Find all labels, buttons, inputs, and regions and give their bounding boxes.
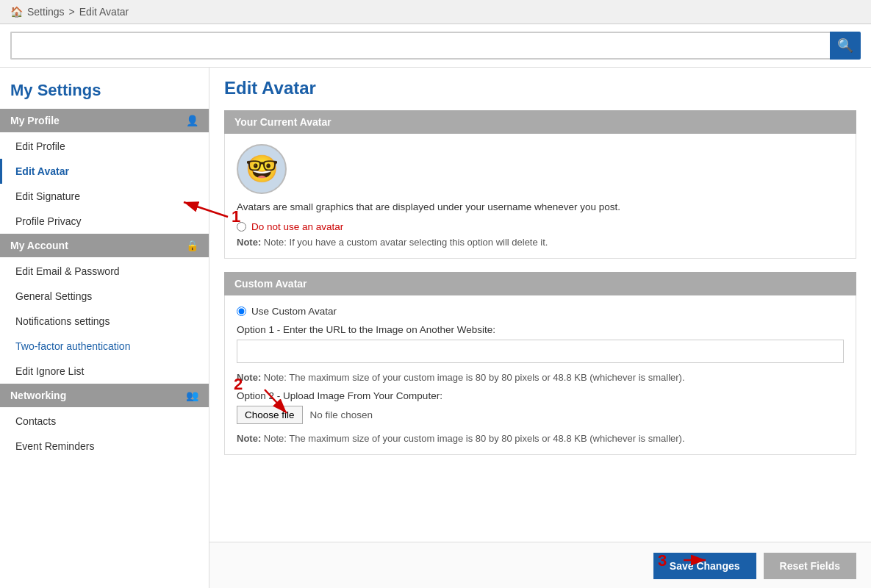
breadcrumb-settings[interactable]: Settings bbox=[27, 6, 65, 18]
sidebar-item-profile-privacy[interactable]: Profile Privacy bbox=[0, 209, 209, 234]
sidebar: My Settings My Profile 👤 Edit Profile Ed… bbox=[0, 68, 209, 588]
current-avatar-panel: Your Current Avatar 🤓 Avatars are small … bbox=[224, 110, 856, 259]
no-avatar-radio[interactable] bbox=[237, 222, 246, 232]
sidebar-item-event-reminders[interactable]: Event Reminders bbox=[0, 434, 209, 459]
custom-avatar-panel: Custom Avatar Use Custom Avatar Option 1… bbox=[224, 272, 856, 455]
sidebar-item-contacts[interactable]: Contacts bbox=[0, 409, 209, 434]
sidebar-item-edit-ignore-list[interactable]: Edit Ignore List bbox=[0, 359, 209, 384]
page-title: Edit Avatar bbox=[224, 78, 856, 98]
bottom-bar: Save Changes Reset Fields bbox=[209, 542, 871, 588]
sidebar-title: My Settings bbox=[0, 75, 209, 109]
person-icon: 👤 bbox=[186, 115, 198, 126]
no-avatar-note: Note: Note: If you have a custom avatar … bbox=[237, 237, 844, 248]
current-avatar-header: Your Current Avatar bbox=[224, 110, 856, 134]
search-icon: 🔍 bbox=[837, 37, 853, 54]
networking-icon: 👥 bbox=[186, 390, 198, 401]
content-area: Edit Avatar Your Current Avatar 🤓 Avatar… bbox=[209, 68, 871, 542]
sidebar-item-edit-signature[interactable]: Edit Signature bbox=[0, 184, 209, 209]
sidebar-section-my-profile: My Profile 👤 bbox=[0, 109, 209, 132]
avatar-emoji: 🤓 bbox=[245, 154, 279, 184]
choose-file-button[interactable]: Choose file bbox=[237, 406, 303, 424]
search-button[interactable]: 🔍 bbox=[830, 32, 861, 60]
sidebar-item-edit-profile[interactable]: Edit Profile bbox=[0, 134, 209, 159]
option2-note: Note: Note: The maximum size of your cus… bbox=[237, 433, 844, 444]
use-custom-radio[interactable] bbox=[237, 306, 246, 316]
main-layout: My Settings My Profile 👤 Edit Profile Ed… bbox=[0, 68, 871, 588]
search-bar: 🔍 bbox=[0, 24, 871, 68]
use-custom-label: Use Custom Avatar bbox=[251, 306, 337, 317]
no-avatar-label: Do not use an avatar bbox=[251, 221, 343, 232]
upload-row: Choose file No file chosen bbox=[237, 406, 844, 424]
current-avatar-body: 🤓 Avatars are small graphics that are di… bbox=[224, 134, 856, 259]
url-input[interactable] bbox=[237, 340, 844, 363]
search-input[interactable] bbox=[10, 32, 830, 60]
reset-fields-button[interactable]: Reset Fields bbox=[764, 553, 856, 579]
sidebar-item-general-settings[interactable]: General Settings bbox=[0, 284, 209, 309]
option1-note: Note: Note: The maximum size of your cus… bbox=[237, 372, 844, 383]
sidebar-item-notifications-settings[interactable]: Notifications settings bbox=[0, 309, 209, 334]
breadcrumb: 🏠 Settings > Edit Avatar bbox=[0, 0, 871, 24]
save-changes-button[interactable]: Save Changes bbox=[653, 553, 756, 579]
custom-avatar-body: Use Custom Avatar Option 1 - Enter the U… bbox=[224, 295, 856, 455]
option2-label: Option 2 - Upload Image From Your Comput… bbox=[237, 390, 844, 401]
sidebar-item-edit-avatar[interactable]: Edit Avatar bbox=[0, 159, 209, 184]
sidebar-item-two-factor[interactable]: Two-factor authentication bbox=[0, 334, 209, 359]
breadcrumb-current: Edit Avatar bbox=[79, 6, 129, 18]
sidebar-section-networking: Networking 👥 bbox=[0, 384, 209, 407]
sidebar-section-my-account: My Account 🔒 bbox=[0, 234, 209, 257]
sidebar-item-edit-email-password[interactable]: Edit Email & Password bbox=[0, 259, 209, 284]
custom-avatar-header: Custom Avatar bbox=[224, 272, 856, 295]
home-icon: 🏠 bbox=[10, 6, 23, 18]
sidebar-section-networking-label: Networking bbox=[10, 390, 66, 401]
lock-icon: 🔒 bbox=[186, 240, 198, 251]
option1-label: Option 1 - Enter the URL to the Image on… bbox=[237, 324, 844, 335]
no-file-text: No file chosen bbox=[310, 409, 373, 420]
avatar-description: Avatars are small graphics that are disp… bbox=[237, 201, 844, 212]
sidebar-section-label: My Profile bbox=[10, 115, 60, 126]
breadcrumb-separator: > bbox=[69, 6, 75, 18]
no-avatar-radio-row: Do not use an avatar bbox=[237, 221, 844, 232]
use-custom-radio-row: Use Custom Avatar bbox=[237, 306, 844, 317]
avatar-image: 🤓 bbox=[237, 144, 287, 194]
sidebar-section-account-label: My Account bbox=[10, 240, 68, 251]
